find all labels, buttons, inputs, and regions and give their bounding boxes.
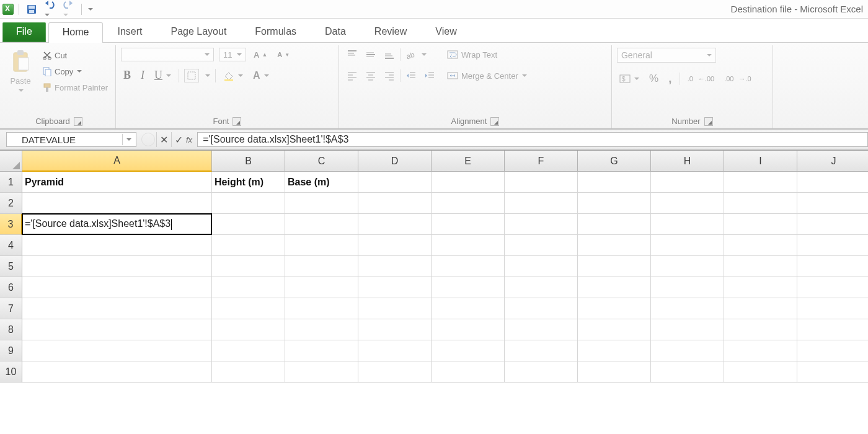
cell-A4[interactable] <box>22 235 212 256</box>
insert-function-button[interactable]: fx <box>186 135 192 144</box>
cell-E5[interactable] <box>432 256 505 277</box>
cell-E9[interactable] <box>432 340 505 361</box>
cell-B1[interactable]: Height (m) <box>212 172 285 193</box>
column-header-E[interactable]: E <box>432 151 505 172</box>
cell-A8[interactable] <box>22 319 212 340</box>
cell-C6[interactable] <box>285 277 358 298</box>
cell-D10[interactable] <box>358 361 432 383</box>
percent-button[interactable]: % <box>647 71 661 86</box>
cell-F10[interactable] <box>505 361 578 383</box>
cell-I10[interactable] <box>724 361 797 383</box>
name-box-dropdown[interactable] <box>122 134 133 145</box>
cell-D6[interactable] <box>358 277 432 298</box>
tab-insert[interactable]: Insert <box>103 22 156 42</box>
cell-C8[interactable] <box>285 319 358 340</box>
undo-dropdown-icon[interactable] <box>45 14 50 19</box>
name-box[interactable]: DATEVALUE <box>6 132 136 147</box>
cell-F6[interactable] <box>505 277 578 298</box>
cell-I2[interactable] <box>724 193 797 214</box>
cell-G7[interactable] <box>578 298 651 319</box>
decrease-font-button[interactable]: A▼ <box>275 50 292 60</box>
copy-button[interactable]: Copy <box>40 65 110 78</box>
cell-H2[interactable] <box>651 193 724 214</box>
column-header-G[interactable]: G <box>578 151 651 172</box>
clipboard-dialog-launcher[interactable] <box>74 117 82 126</box>
cell-G10[interactable] <box>578 361 651 383</box>
cell-F1[interactable] <box>505 172 578 193</box>
cell-F9[interactable] <box>505 340 578 361</box>
border-dropdown-icon[interactable] <box>205 74 210 79</box>
cell-A3[interactable]: ='[Source data.xlsx]Sheet1'!$A$3 <box>22 214 212 235</box>
cell-B5[interactable] <box>212 256 285 277</box>
cell-D3[interactable] <box>358 214 432 235</box>
border-button[interactable] <box>184 69 199 82</box>
align-left-button[interactable] <box>344 69 360 82</box>
cell-E1[interactable] <box>432 172 505 193</box>
bold-button[interactable]: B <box>121 68 133 83</box>
cell-F3[interactable] <box>505 214 578 235</box>
font-color-button[interactable]: A <box>250 69 272 82</box>
tab-view[interactable]: View <box>421 22 471 42</box>
cell-H9[interactable] <box>651 340 724 361</box>
chevron-down-icon[interactable] <box>634 78 639 82</box>
chevron-down-icon[interactable] <box>264 74 269 79</box>
cell-C4[interactable] <box>285 235 358 256</box>
column-header-I[interactable]: I <box>724 151 797 172</box>
chevron-down-icon[interactable] <box>422 53 427 58</box>
align-right-button[interactable] <box>381 69 397 82</box>
copy-dropdown-icon[interactable] <box>77 70 82 75</box>
chevron-down-icon[interactable] <box>238 74 243 79</box>
cell-F2[interactable] <box>505 193 578 214</box>
cell-I9[interactable] <box>724 340 797 361</box>
cell-G2[interactable] <box>578 193 651 214</box>
cell-H1[interactable] <box>651 172 724 193</box>
cell-D2[interactable] <box>358 193 432 214</box>
cell-B7[interactable] <box>212 298 285 319</box>
cell-J5[interactable] <box>797 256 868 277</box>
row-header-10[interactable]: 10 <box>0 361 22 383</box>
cell-D1[interactable] <box>358 172 432 193</box>
cell-A5[interactable] <box>22 256 212 277</box>
chevron-down-icon[interactable] <box>166 74 171 79</box>
font-size-selector[interactable]: 11 <box>219 48 246 61</box>
alignment-dialog-launcher[interactable] <box>490 117 499 126</box>
paste-dropdown-icon[interactable] <box>19 89 24 94</box>
cell-I3[interactable] <box>724 214 797 235</box>
row-header-5[interactable]: 5 <box>0 256 22 277</box>
cell-G8[interactable] <box>578 319 651 340</box>
save-button[interactable] <box>24 2 39 16</box>
align-bottom-button[interactable] <box>381 48 397 61</box>
decrease-indent-button[interactable] <box>403 69 419 82</box>
cell-C2[interactable] <box>285 193 358 214</box>
cell-I6[interactable] <box>724 277 797 298</box>
enter-formula-button[interactable]: ✓ <box>171 132 186 147</box>
align-center-button[interactable] <box>363 69 379 82</box>
cell-E3[interactable] <box>432 214 505 235</box>
number-dialog-launcher[interactable] <box>704 117 713 126</box>
cell-D9[interactable] <box>358 340 432 361</box>
cancel-formula-button[interactable]: ✕ <box>156 132 171 147</box>
fill-color-button[interactable] <box>221 69 246 82</box>
cell-H7[interactable] <box>651 298 724 319</box>
accounting-format-button[interactable]: $ <box>617 73 642 85</box>
cell-I4[interactable] <box>724 235 797 256</box>
cell-A7[interactable] <box>22 298 212 319</box>
formula-input[interactable]: ='[Source data.xlsx]Sheet1'!$A$3 <box>197 132 868 147</box>
column-header-A[interactable]: A <box>22 151 212 172</box>
paste-button[interactable]: Paste <box>7 48 33 94</box>
cell-B10[interactable] <box>212 361 285 383</box>
cell-E10[interactable] <box>432 361 505 383</box>
cell-I5[interactable] <box>724 256 797 277</box>
cell-E2[interactable] <box>432 193 505 214</box>
align-top-button[interactable] <box>344 48 360 61</box>
cell-I8[interactable] <box>724 319 797 340</box>
cell-G9[interactable] <box>578 340 651 361</box>
redo-dropdown-icon[interactable] <box>63 14 68 19</box>
cell-H6[interactable] <box>651 277 724 298</box>
cell-B8[interactable] <box>212 319 285 340</box>
cut-button[interactable]: Cut <box>40 49 110 61</box>
underline-button[interactable]: U <box>152 68 174 83</box>
row-header-7[interactable]: 7 <box>0 298 22 319</box>
font-name-selector[interactable] <box>121 48 214 61</box>
cell-H3[interactable] <box>651 214 724 235</box>
